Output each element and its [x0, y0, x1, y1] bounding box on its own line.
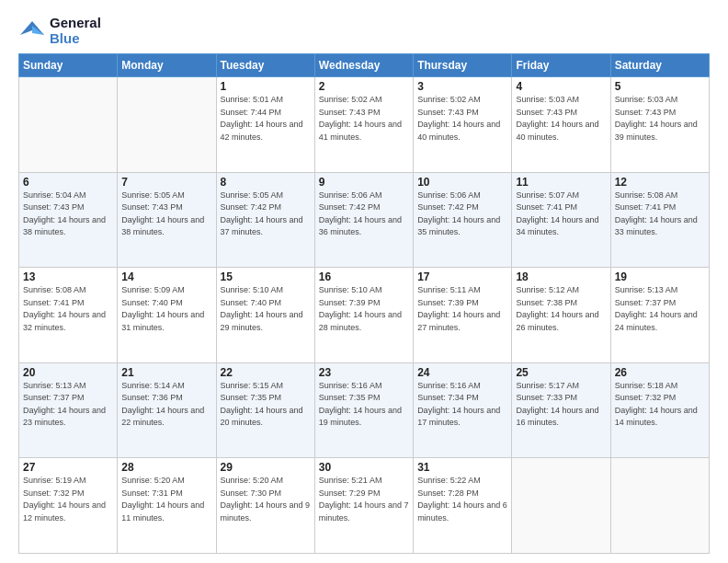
sunset-text: Sunset: 7:39 PM	[417, 297, 507, 310]
day-info: Sunrise: 5:05 AMSunset: 7:43 PMDaylight:…	[121, 190, 211, 239]
sunset-text: Sunset: 7:29 PM	[319, 488, 409, 500]
calendar-cell: 24Sunrise: 5:16 AMSunset: 7:34 PMDayligh…	[414, 362, 512, 458]
calendar-week-4: 20Sunrise: 5:13 AMSunset: 7:37 PMDayligh…	[19, 362, 710, 458]
sunrise-text: Sunrise: 5:06 AM	[319, 190, 409, 202]
day-number: 10	[417, 176, 507, 189]
day-info: Sunrise: 5:18 AMSunset: 7:32 PMDaylight:…	[615, 380, 705, 430]
daylight-text: Daylight: 14 hours and 37 minutes.	[221, 214, 311, 239]
daylight-text: Daylight: 14 hours and 40 minutes.	[417, 119, 507, 144]
logo: General Blue	[18, 15, 101, 46]
day-info: Sunrise: 5:21 AMSunset: 7:29 PMDaylight:…	[319, 475, 409, 524]
daylight-text: Daylight: 14 hours and 42 minutes.	[221, 119, 311, 144]
sunrise-text: Sunrise: 5:16 AM	[319, 380, 409, 393]
calendar-cell: 30Sunrise: 5:21 AMSunset: 7:29 PMDayligh…	[314, 458, 413, 554]
calendar-cell: 15Sunrise: 5:10 AMSunset: 7:40 PMDayligh…	[216, 268, 314, 363]
calendar-cell	[19, 77, 118, 173]
calendar-cell	[118, 77, 216, 173]
sunset-text: Sunset: 7:43 PM	[319, 107, 409, 120]
sunrise-text: Sunrise: 5:14 AM	[121, 380, 211, 393]
sunrise-text: Sunrise: 5:10 AM	[221, 284, 311, 297]
day-info: Sunrise: 5:08 AMSunset: 7:41 PMDaylight:…	[615, 190, 705, 239]
day-info: Sunrise: 5:09 AMSunset: 7:40 PMDaylight:…	[121, 284, 211, 334]
day-number: 6	[23, 176, 113, 189]
sunrise-text: Sunrise: 5:04 AM	[23, 190, 113, 202]
day-number: 26	[615, 366, 705, 379]
daylight-text: Daylight: 14 hours and 7 minutes.	[319, 500, 409, 524]
calendar-cell: 20Sunrise: 5:13 AMSunset: 7:37 PMDayligh…	[19, 362, 118, 458]
sunset-text: Sunset: 7:35 PM	[319, 392, 409, 405]
sunrise-text: Sunrise: 5:08 AM	[615, 190, 705, 202]
day-number: 20	[23, 366, 113, 379]
calendar-cell: 2Sunrise: 5:02 AMSunset: 7:43 PMDaylight…	[314, 77, 413, 173]
day-number: 11	[516, 176, 606, 189]
sunset-text: Sunset: 7:28 PM	[417, 488, 507, 500]
daylight-text: Daylight: 14 hours and 31 minutes.	[121, 309, 211, 334]
day-info: Sunrise: 5:20 AMSunset: 7:30 PMDaylight:…	[221, 475, 311, 524]
calendar-cell: 1Sunrise: 5:01 AMSunset: 7:44 PMDaylight…	[216, 77, 314, 173]
weekday-header-row: SundayMondayTuesdayWednesdayThursdayFrid…	[19, 54, 710, 77]
logo-text: General Blue	[50, 15, 101, 46]
day-info: Sunrise: 5:06 AMSunset: 7:42 PMDaylight:…	[319, 190, 409, 239]
sunset-text: Sunset: 7:36 PM	[121, 392, 211, 405]
calendar-cell: 17Sunrise: 5:11 AMSunset: 7:39 PMDayligh…	[414, 268, 512, 363]
day-number: 9	[319, 176, 409, 189]
sunrise-text: Sunrise: 5:10 AM	[319, 284, 409, 297]
day-info: Sunrise: 5:20 AMSunset: 7:31 PMDaylight:…	[121, 475, 211, 524]
day-number: 25	[516, 366, 606, 379]
daylight-text: Daylight: 14 hours and 22 minutes.	[121, 405, 211, 430]
daylight-text: Daylight: 14 hours and 20 minutes.	[221, 405, 311, 430]
day-number: 15	[221, 270, 311, 283]
sunset-text: Sunset: 7:39 PM	[319, 297, 409, 310]
calendar-cell: 23Sunrise: 5:16 AMSunset: 7:35 PMDayligh…	[314, 362, 413, 458]
sunset-text: Sunset: 7:43 PM	[23, 201, 113, 214]
sunrise-text: Sunrise: 5:05 AM	[221, 190, 311, 202]
calendar-cell: 8Sunrise: 5:05 AMSunset: 7:42 PMDaylight…	[216, 172, 314, 268]
daylight-text: Daylight: 14 hours and 41 minutes.	[319, 119, 409, 144]
sunset-text: Sunset: 7:43 PM	[615, 107, 705, 120]
calendar-cell: 31Sunrise: 5:22 AMSunset: 7:28 PMDayligh…	[414, 458, 512, 554]
sunrise-text: Sunrise: 5:13 AM	[23, 380, 113, 393]
calendar-cell: 28Sunrise: 5:20 AMSunset: 7:31 PMDayligh…	[118, 458, 216, 554]
calendar-cell: 27Sunrise: 5:19 AMSunset: 7:32 PMDayligh…	[19, 458, 118, 554]
sunrise-text: Sunrise: 5:20 AM	[221, 475, 311, 488]
sunset-text: Sunset: 7:41 PM	[23, 297, 113, 310]
sunrise-text: Sunrise: 5:03 AM	[615, 94, 705, 107]
calendar-cell: 21Sunrise: 5:14 AMSunset: 7:36 PMDayligh…	[118, 362, 216, 458]
day-number: 23	[319, 366, 409, 379]
daylight-text: Daylight: 14 hours and 16 minutes.	[516, 405, 606, 430]
calendar-cell	[610, 458, 709, 554]
sunset-text: Sunset: 7:41 PM	[615, 201, 705, 214]
day-number: 31	[417, 461, 507, 474]
daylight-text: Daylight: 14 hours and 32 minutes.	[23, 309, 113, 334]
sunrise-text: Sunrise: 5:05 AM	[121, 190, 211, 202]
day-info: Sunrise: 5:16 AMSunset: 7:35 PMDaylight:…	[319, 380, 409, 430]
calendar-cell: 4Sunrise: 5:03 AMSunset: 7:43 PMDaylight…	[512, 77, 610, 173]
calendar-cell: 6Sunrise: 5:04 AMSunset: 7:43 PMDaylight…	[19, 172, 118, 268]
sunrise-text: Sunrise: 5:15 AM	[221, 380, 311, 393]
day-info: Sunrise: 5:10 AMSunset: 7:39 PMDaylight:…	[319, 284, 409, 334]
calendar-cell	[512, 458, 610, 554]
calendar-week-5: 27Sunrise: 5:19 AMSunset: 7:32 PMDayligh…	[19, 458, 710, 554]
sunset-text: Sunset: 7:42 PM	[221, 201, 311, 214]
day-info: Sunrise: 5:08 AMSunset: 7:41 PMDaylight:…	[23, 284, 113, 334]
calendar-cell: 19Sunrise: 5:13 AMSunset: 7:37 PMDayligh…	[610, 268, 709, 363]
calendar-week-1: 1Sunrise: 5:01 AMSunset: 7:44 PMDaylight…	[19, 77, 710, 173]
sunrise-text: Sunrise: 5:09 AM	[121, 284, 211, 297]
day-number: 27	[23, 461, 113, 474]
sunset-text: Sunset: 7:37 PM	[615, 297, 705, 310]
day-number: 7	[121, 176, 211, 189]
calendar-cell: 18Sunrise: 5:12 AMSunset: 7:38 PMDayligh…	[512, 268, 610, 363]
calendar-cell: 26Sunrise: 5:18 AMSunset: 7:32 PMDayligh…	[610, 362, 709, 458]
daylight-text: Daylight: 14 hours and 6 minutes.	[417, 500, 507, 524]
day-number: 2	[319, 80, 409, 93]
weekday-header-monday: Monday	[118, 54, 216, 77]
daylight-text: Daylight: 14 hours and 17 minutes.	[417, 405, 507, 430]
day-info: Sunrise: 5:02 AMSunset: 7:43 PMDaylight:…	[417, 94, 507, 144]
daylight-text: Daylight: 14 hours and 27 minutes.	[417, 309, 507, 334]
daylight-text: Daylight: 14 hours and 12 minutes.	[23, 500, 113, 524]
weekday-header-sunday: Sunday	[19, 54, 118, 77]
sunset-text: Sunset: 7:42 PM	[417, 201, 507, 214]
day-number: 8	[221, 176, 311, 189]
sunset-text: Sunset: 7:43 PM	[516, 107, 606, 120]
sunrise-text: Sunrise: 5:02 AM	[417, 94, 507, 107]
